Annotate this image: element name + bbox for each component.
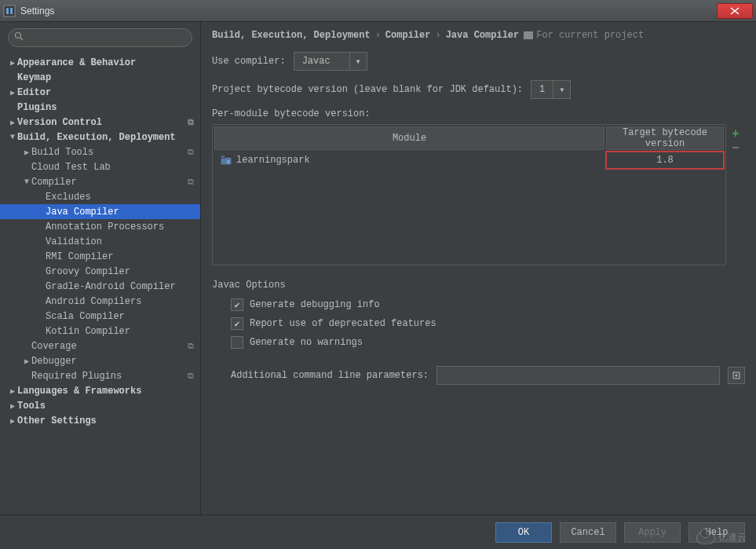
titlebar: Settings bbox=[0, 0, 756, 22]
sidebar-item[interactable]: ▶Languages & Frameworks bbox=[0, 383, 200, 398]
no-warnings-checkbox[interactable] bbox=[231, 336, 243, 349]
sidebar-item[interactable]: RMI Compiler bbox=[0, 249, 200, 264]
use-compiler-value: Javac bbox=[294, 56, 349, 67]
tree-arrow-icon bbox=[36, 267, 46, 276]
svg-rect-1 bbox=[6, 8, 9, 14]
add-module-button[interactable]: + bbox=[729, 127, 743, 141]
svg-rect-7 bbox=[227, 160, 230, 163]
sidebar-item-label: Build Tools bbox=[31, 147, 93, 158]
breadcrumb-crumb[interactable]: Compiler bbox=[385, 30, 431, 41]
project-scope-icon: ⧉ bbox=[188, 118, 194, 127]
project-bytecode-label: Project bytecode version (leave blank fo… bbox=[212, 84, 523, 95]
tree-arrow-icon bbox=[36, 282, 46, 291]
sidebar-item[interactable]: Kotlin Compiler bbox=[0, 324, 200, 339]
target-bytecode-cell[interactable]: 1.8 bbox=[606, 152, 724, 169]
module-bytecode-table[interactable]: Module Target bytecode version learnings… bbox=[212, 124, 726, 265]
sidebar-item[interactable]: Cloud Test Lab bbox=[0, 159, 200, 174]
window-close-button[interactable] bbox=[717, 3, 753, 19]
chevron-down-icon[interactable]: ▾ bbox=[553, 81, 570, 98]
sidebar-item[interactable]: Keymap bbox=[0, 70, 200, 85]
sidebar-item-label: Coverage bbox=[31, 341, 77, 352]
sidebar-item-label: Other Settings bbox=[17, 415, 97, 426]
additional-params-input[interactable] bbox=[436, 366, 720, 385]
sidebar-item[interactable]: ▼Compiler⧉ bbox=[0, 174, 200, 189]
no-warnings-label: Generate no warnings bbox=[250, 337, 363, 348]
table-row[interactable]: learningspark1.8 bbox=[214, 152, 724, 169]
module-name: learningspark bbox=[236, 155, 310, 166]
breadcrumb-crumb[interactable]: Build, Execution, Deployment bbox=[212, 30, 371, 41]
help-button[interactable]: Help bbox=[688, 522, 745, 543]
breadcrumb: Build, Execution, Deployment › Compiler … bbox=[212, 30, 745, 41]
sidebar-item-label: Java Compiler bbox=[46, 207, 119, 218]
tree-arrow-icon bbox=[8, 73, 17, 82]
search-input[interactable] bbox=[8, 28, 192, 47]
chevron-down-icon[interactable]: ▾ bbox=[349, 53, 367, 70]
sidebar-item[interactable]: ▶Build Tools⧉ bbox=[0, 145, 200, 159]
window-title: Settings bbox=[20, 5, 717, 16]
sidebar-item[interactable]: Plugins bbox=[0, 100, 200, 115]
sidebar-item[interactable]: ▶Editor bbox=[0, 85, 200, 100]
sidebar-item[interactable]: Required Plugins⧉ bbox=[0, 368, 200, 383]
sidebar-item-label: Annotation Processors bbox=[46, 221, 164, 232]
sidebar-item[interactable]: ▼Build, Execution, Deployment bbox=[0, 130, 200, 145]
tree-arrow-icon: ▶ bbox=[22, 148, 31, 157]
sidebar-item-label: Excludes bbox=[46, 192, 91, 203]
sidebar-item-label: RMI Compiler bbox=[46, 251, 113, 262]
sidebar-item-label: Scala Compiler bbox=[46, 311, 125, 322]
sidebar-item-label: Editor bbox=[17, 87, 51, 98]
sidebar-item[interactable]: Coverage⧉ bbox=[0, 339, 200, 353]
project-scope-icon: ⧉ bbox=[188, 178, 194, 187]
tree-arrow-icon: ▶ bbox=[8, 88, 17, 97]
project-scope-icon: ⧉ bbox=[188, 342, 194, 351]
sidebar-item[interactable]: ▶Debugger bbox=[0, 353, 200, 368]
sidebar-item-label: Required Plugins bbox=[31, 371, 122, 382]
column-module[interactable]: Module bbox=[214, 126, 604, 150]
svg-rect-0 bbox=[4, 5, 15, 16]
sidebar-item[interactable]: Validation bbox=[0, 234, 200, 249]
module-cell[interactable]: learningspark bbox=[214, 152, 604, 169]
sidebar-item[interactable]: ▶Appearance & Behavior bbox=[0, 55, 200, 70]
breadcrumb-crumb: Java Compiler bbox=[446, 30, 520, 41]
svg-line-4 bbox=[20, 38, 23, 40]
sidebar-item[interactable]: Excludes bbox=[0, 189, 200, 204]
sidebar-item[interactable]: Annotation Processors bbox=[0, 219, 200, 234]
sidebar-item-label: Debugger bbox=[31, 356, 77, 367]
sidebar-item[interactable]: Groovy Compiler bbox=[0, 264, 200, 279]
use-compiler-combo[interactable]: Javac ▾ bbox=[294, 52, 367, 71]
tree-arrow-icon bbox=[36, 252, 46, 261]
sidebar-item[interactable]: ▶Other Settings bbox=[0, 413, 200, 428]
sidebar-item-label: Compiler bbox=[31, 177, 77, 188]
ok-button[interactable]: OK bbox=[495, 522, 552, 543]
tree-arrow-icon: ▶ bbox=[8, 386, 17, 396]
generate-debug-checkbox[interactable] bbox=[231, 298, 243, 311]
sidebar-item-label: Appearance & Behavior bbox=[17, 57, 136, 68]
tree-arrow-icon bbox=[36, 327, 46, 335]
expand-params-button[interactable] bbox=[728, 367, 745, 384]
tree-arrow-icon: ▶ bbox=[8, 118, 17, 127]
cancel-button[interactable]: Cancel bbox=[560, 522, 616, 543]
project-bytecode-combo[interactable]: 1 ▾ bbox=[531, 80, 571, 99]
sidebar-item-label: Version Control bbox=[17, 117, 102, 128]
report-deprecated-checkbox[interactable] bbox=[231, 317, 243, 330]
sidebar-item[interactable]: Android Compilers bbox=[0, 294, 200, 309]
tree-arrow-icon bbox=[22, 163, 31, 171]
tree-arrow-icon bbox=[36, 312, 46, 320]
column-target[interactable]: Target bytecode version bbox=[606, 126, 724, 150]
tree-arrow-icon: ▶ bbox=[22, 357, 31, 366]
apply-button[interactable]: Apply bbox=[624, 522, 681, 543]
sidebar-item[interactable]: ▶Version Control⧉ bbox=[0, 115, 200, 130]
app-icon bbox=[3, 5, 16, 17]
sidebar-item[interactable]: Scala Compiler bbox=[0, 309, 200, 324]
tree-arrow-icon: ▶ bbox=[8, 401, 17, 411]
sidebar-item[interactable]: Java Compiler bbox=[0, 204, 200, 219]
settings-tree[interactable]: ▶Appearance & Behavior Keymap▶Editor Plu… bbox=[0, 53, 200, 514]
remove-module-button[interactable]: − bbox=[729, 141, 743, 156]
tree-arrow-icon bbox=[22, 342, 31, 350]
sidebar-item-label: Validation bbox=[46, 236, 102, 247]
sidebar-item[interactable]: ▶Tools bbox=[0, 398, 200, 413]
tree-arrow-icon: ▼ bbox=[8, 133, 17, 141]
tree-arrow-icon: ▶ bbox=[8, 58, 17, 68]
sidebar-item[interactable]: Gradle-Android Compiler bbox=[0, 279, 200, 294]
breadcrumb-sep: › bbox=[435, 30, 440, 41]
module-icon bbox=[221, 156, 232, 165]
